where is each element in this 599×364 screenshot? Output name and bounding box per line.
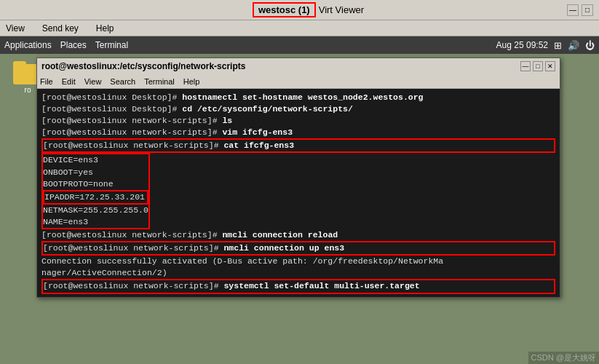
menu-view[interactable]: View — [3, 23, 28, 33]
terminal-line-3: [root@westoslinux network-scripts]# ls — [41, 115, 555, 127]
terminal-maximize-button[interactable]: □ — [533, 61, 543, 71]
virt-menu-bar: View Send key Help — [0, 20, 599, 36]
system-top-right: Aug 25 09:52 ⊞ 🔊 ⏻ — [496, 40, 595, 51]
terminal-menu-edit[interactable]: Edit — [62, 77, 76, 86]
minimize-button[interactable]: — — [567, 4, 579, 16]
terminal-line-4: [root@westoslinux network-scripts]# vim … — [41, 127, 555, 138]
terminal-menu-bar: File Edit View Search Terminal Help — [37, 74, 560, 89]
menu-places[interactable]: Places — [60, 40, 87, 50]
output-line-bootproto: BOOTPROTO=none — [43, 178, 148, 190]
terminal-line-2: [root@westoslinux Desktop]# cd /etc/sysc… — [41, 103, 555, 115]
system-top-bar: Applications Places Terminal Aug 25 09:5… — [0, 36, 599, 54]
terminal-title-bar: root@westoslinux:/etc/sysconfig/network-… — [37, 58, 560, 74]
terminal-line-up: [root@westoslinux network-scripts]# nmcl… — [41, 241, 555, 256]
terminal-window: root@westoslinux:/etc/sysconfig/network-… — [36, 58, 560, 298]
output-line-onboot: ONBOOT=yes — [43, 167, 148, 178]
menu-help[interactable]: Help — [93, 23, 117, 33]
system-clock: Aug 25 09:52 — [496, 40, 548, 50]
output-line-connection: Connection successfully activated (D-Bus… — [41, 256, 555, 267]
output-line-ipaddr: IPADDR=172.25.33.201 — [43, 190, 148, 205]
terminal-content[interactable]: [root@westoslinux Desktop]# hostnamectl … — [37, 89, 560, 297]
desktop-area: ro root@westoslinux:/etc/sysconfig/netwo… — [0, 54, 599, 364]
terminal-line-5: [root@westoslinux network-scripts]# cat … — [41, 138, 555, 153]
power-icon[interactable]: ⏻ — [585, 40, 595, 51]
terminal-title-text: root@westoslinux:/etc/sysconfig/network-… — [41, 61, 245, 71]
terminal-menu-help[interactable]: Help — [183, 77, 200, 86]
terminal-line-reload: [root@westoslinux network-scripts]# nmcl… — [41, 229, 555, 241]
terminal-menu-search[interactable]: Search — [110, 77, 135, 86]
output-line-connection2: nager/ActiveConnection/2) — [41, 267, 555, 279]
virt-title-text: Virt Viewer — [319, 4, 364, 15]
menu-sendkey[interactable]: Send key — [39, 23, 82, 33]
virt-title-controls: — □ — [567, 4, 593, 16]
terminal-minimize-button[interactable]: — — [520, 61, 531, 71]
system-top-left: Applications Places Terminal — [4, 40, 128, 50]
terminal-menu-terminal[interactable]: Terminal — [144, 77, 175, 86]
output-line-netmask: NETMASK=255.255.255.0 — [43, 205, 148, 216]
maximize-button[interactable]: □ — [582, 4, 593, 16]
volume-icon: 🔊 — [568, 40, 579, 51]
virt-title-bar: westosc (1) Virt Viewer — □ — [0, 0, 599, 20]
watermark: CSDN @是大姚呀 — [528, 352, 599, 364]
virt-title-highlight: westosc (1) — [253, 2, 316, 17]
output-line-name: NAME=ens3 — [43, 216, 148, 228]
terminal-title-controls: — □ ✕ — [520, 61, 555, 71]
terminal-line-1: [root@westoslinux Desktop]# hostnamectl … — [41, 92, 555, 103]
menu-terminal[interactable]: Terminal — [95, 40, 128, 50]
terminal-menu-view[interactable]: View — [84, 77, 102, 86]
menu-applications[interactable]: Applications — [4, 40, 52, 50]
network-icon: ⊞ — [554, 40, 562, 51]
terminal-menu-file[interactable]: File — [40, 77, 53, 86]
output-box: DEVICE=ens3 ONBOOT=yes BOOTPROTO=none IP… — [41, 153, 150, 229]
folder-label: ro — [25, 86, 31, 94]
output-line-device: DEVICE=ens3 — [43, 154, 148, 166]
virt-title-center: westosc (1) Virt Viewer — [253, 2, 364, 17]
terminal-line-systemctl: [root@westoslinux network-scripts]# syst… — [41, 279, 555, 293]
terminal-close-button[interactable]: ✕ — [545, 61, 555, 71]
